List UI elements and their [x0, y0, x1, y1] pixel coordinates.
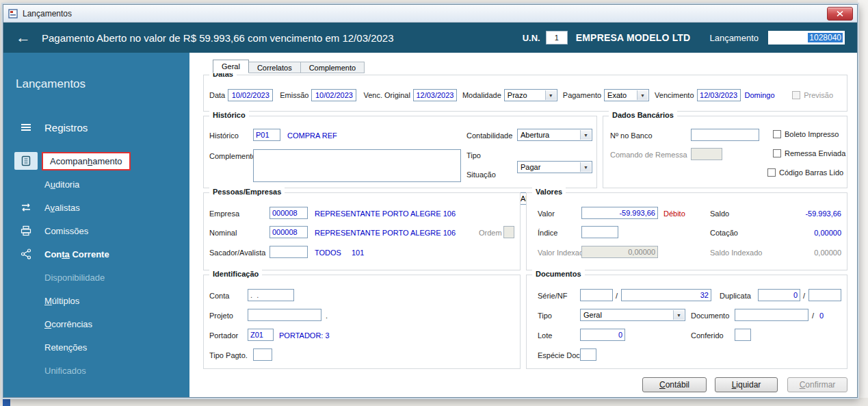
emissao-label: Emissão — [280, 91, 308, 99]
complemento-textarea[interactable] — [253, 149, 461, 182]
duplicata-input-2[interactable] — [808, 289, 841, 301]
modalidade-label: Modalidade — [462, 91, 501, 99]
back-arrow-icon[interactable]: ← — [16, 30, 31, 45]
vencimento-input[interactable] — [697, 89, 741, 101]
projeto-input[interactable] — [248, 309, 321, 321]
background-window-fragment-right — [858, 0, 868, 406]
documento-tipo-select[interactable]: Geral ▼ — [580, 309, 685, 321]
empresa-name: REPRESENTANTE PORTO ALEGRE 106 — [315, 210, 456, 218]
contabilidade-label: Contabilidade — [466, 131, 512, 140]
app-icon — [8, 8, 18, 19]
historico-input[interactable] — [253, 129, 280, 141]
indice-input[interactable] — [581, 226, 618, 238]
datas-row: Data Emissão Venc. Original Modalidade P… — [209, 75, 841, 111]
duplicata-input-1[interactable] — [758, 289, 800, 301]
tipo-label: Tipo — [466, 151, 481, 160]
cotacao-label: Cotação — [710, 229, 738, 237]
sidebar-item-retencoes[interactable]: Retenções — [3, 337, 189, 357]
indice-label: Índice — [538, 229, 557, 237]
documento-input[interactable] — [735, 309, 808, 321]
weekday-label: Domingo — [745, 91, 775, 99]
liquidar-button[interactable]: Liquidar — [715, 377, 778, 392]
sacador-input[interactable] — [269, 246, 308, 258]
header-bar: ← Pagamento Aberto no valor de R$ 59.993… — [3, 23, 857, 53]
nominal-input[interactable] — [269, 226, 308, 238]
previsao-checkbox — [792, 91, 800, 99]
pagamento-select[interactable]: Exato ▼ — [604, 89, 649, 101]
remessa-enviada-checkbox[interactable] — [773, 149, 781, 157]
sidebar-item-conta-corrente[interactable]: Conta Corrente — [3, 244, 189, 264]
sidebar-item-label: Disponibilidade — [44, 272, 105, 283]
pagamento-value: Exato — [607, 91, 627, 99]
projeto-suffix: . — [326, 312, 328, 320]
swap-arrows-icon — [14, 203, 38, 212]
codigo-barras-label: Código Barras Lido — [779, 168, 843, 177]
group-historico: Histórico Histórico COMPRA REF Contabili… — [203, 116, 597, 188]
projeto-label: Projeto — [209, 312, 233, 320]
chevron-down-icon: ▼ — [673, 310, 684, 320]
sidebar-section-label: Registros — [44, 122, 88, 134]
group-dados-bancarios: Dados Bancários Nº no Banco Boleto Impre… — [603, 116, 847, 188]
codigo-barras-checkbox[interactable] — [767, 168, 776, 177]
especie-doc-input[interactable] — [580, 348, 596, 361]
tipo-select[interactable]: Pagar ▼ — [517, 161, 592, 173]
lancamento-number-field[interactable]: 1028040 — [768, 31, 845, 45]
cotacao-value: 0,00000 — [787, 229, 841, 237]
contabil-button[interactable]: Contábil — [642, 377, 707, 392]
documento-tipo-value: Geral — [583, 311, 602, 319]
sidebar-item-ocorrencias[interactable]: Ocorrências — [3, 314, 189, 334]
sidebar-item-comissoes[interactable]: Comissões — [3, 220, 189, 241]
sidebar-item-label: Acompanhamento — [42, 152, 131, 170]
sidebar-item-auditoria[interactable]: Auditoria — [3, 174, 189, 194]
lote-input[interactable] — [580, 329, 625, 341]
sidebar-item-label: Múltiplos — [44, 296, 79, 306]
group-documentos-legend: Documentos — [532, 270, 585, 278]
sidebar-item-acompanhamento[interactable]: Acompanhamento — [3, 151, 189, 171]
vencimento-label: Vencimento — [655, 91, 694, 99]
conta-input[interactable] — [248, 289, 294, 301]
serie-nf-input-2[interactable] — [621, 289, 711, 301]
venc-original-input[interactable] — [413, 89, 457, 101]
situacao-label: Situação — [466, 170, 496, 179]
printer-icon — [14, 225, 38, 236]
tipo-pagto-input[interactable] — [253, 348, 272, 361]
modalidade-select[interactable]: Prazo ▼ — [504, 89, 557, 101]
duplicata-separator: / — [803, 292, 805, 300]
chevron-down-icon: ▼ — [580, 130, 591, 140]
banco-input[interactable] — [691, 129, 759, 141]
close-button[interactable] — [827, 7, 853, 21]
portador-label: Portador — [209, 331, 238, 340]
valor-label: Valor — [538, 210, 555, 218]
duplicata-label: Duplicata — [720, 292, 751, 300]
documento-num: 0 — [819, 312, 824, 320]
conferido-input[interactable] — [735, 329, 751, 341]
historico-label: Histórico — [209, 131, 239, 140]
sidebar-item-multiplos[interactable]: Múltiplos — [3, 290, 189, 311]
group-identificacao-legend: Identificação — [209, 270, 262, 278]
tab-correlatos[interactable]: Correlatos — [248, 62, 301, 73]
sidebar-section-registros[interactable]: Registros — [3, 118, 189, 137]
portador-input[interactable] — [248, 329, 274, 341]
tab-geral[interactable]: Geral — [213, 60, 249, 73]
background-window-fragment — [3, 398, 10, 406]
contabilidade-select[interactable]: Abertura ▼ — [517, 129, 592, 141]
empresa-input[interactable] — [269, 207, 308, 219]
chevron-down-icon: ▼ — [580, 162, 591, 172]
nominal-label: Nominal — [209, 229, 237, 237]
group-pessoas-legend: Pessoas/Empresas — [209, 188, 285, 196]
serie-nf-input-1[interactable] — [580, 289, 613, 301]
saldo-indexado-label: Saldo Indexado — [710, 249, 762, 257]
un-input[interactable] — [546, 31, 568, 45]
emissao-input[interactable] — [311, 89, 356, 101]
sidebar-item-disponibilidade: Disponibilidade — [3, 267, 189, 288]
sidebar-title: Lançamentos — [16, 77, 86, 91]
empresa-label: Empresa — [209, 210, 239, 218]
valor-input[interactable] — [581, 207, 658, 219]
book-icon — [14, 152, 38, 170]
tab-complemento[interactable]: Complemento — [300, 62, 365, 73]
boleto-impresso-checkbox[interactable] — [773, 130, 781, 138]
sidebar-item-avalistas[interactable]: Avalistas — [3, 197, 189, 218]
sidebar-item-label: Avalistas — [44, 203, 80, 213]
data-input[interactable] — [228, 89, 273, 101]
comando-remessa-label: Comando de Remessa — [610, 151, 687, 159]
